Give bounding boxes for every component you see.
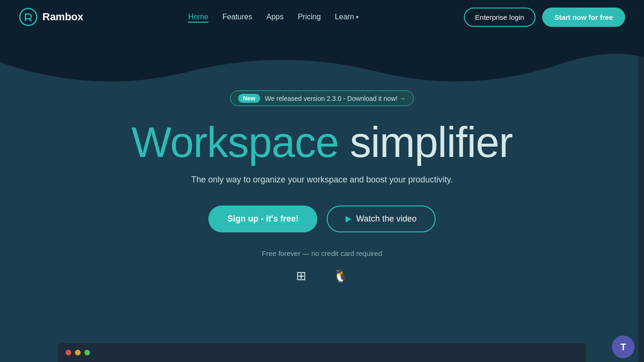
hero-section: New We released version 2.3.0 - Download… — [0, 34, 644, 362]
svg-point-0 — [20, 8, 37, 25]
platform-icons: ⊞ 🐧 — [296, 269, 348, 283]
hero-title-teal: Workspace — [132, 119, 339, 166]
hero-subtitle: The only way to organize your workspace … — [191, 175, 453, 185]
enterprise-login-button[interactable]: Enterprise login — [464, 8, 536, 27]
window-minimize-dot — [75, 350, 81, 355]
nav-pricing[interactable]: Pricing — [297, 13, 321, 21]
navbar: Rambox Home Features Apps Pricing Learn … — [0, 0, 644, 34]
window-close-dot — [66, 350, 71, 355]
window-maximize-dot — [84, 350, 90, 355]
logo-text: Rambox — [42, 11, 83, 23]
app-preview-bar — [58, 343, 586, 362]
hero-buttons: Sign up - it's free! Watch the video — [208, 206, 436, 232]
nav-apps[interactable]: Apps — [266, 13, 283, 21]
watch-video-button[interactable]: Watch the video — [327, 206, 435, 232]
linux-icon: 🐧 — [333, 269, 348, 283]
free-forever-text: Free forever — no credit card required — [262, 249, 382, 257]
teams-badge: T — [612, 336, 635, 358]
play-icon — [346, 216, 351, 222]
hero-content: New We released version 2.3.0 - Download… — [0, 34, 644, 293]
chevron-down-icon: ▾ — [356, 14, 359, 20]
signup-button[interactable]: Sign up - it's free! — [208, 206, 317, 232]
nav-features[interactable]: Features — [223, 13, 252, 21]
nav-links: Home Features Apps Pricing Learn ▾ — [188, 13, 359, 21]
badge-new-label: New — [238, 94, 260, 103]
nav-home[interactable]: Home — [188, 13, 208, 23]
windows-icon: ⊞ — [296, 269, 306, 283]
badge-version-text: We released version 2.3.0 - Download it … — [265, 95, 406, 102]
logo-icon — [19, 8, 38, 26]
hero-title-simplifier: simplifier — [350, 119, 512, 166]
start-free-button[interactable]: Start now for free — [542, 8, 625, 27]
nav-actions: Enterprise login Start now for free — [464, 8, 625, 27]
version-badge[interactable]: New We released version 2.3.0 - Download… — [230, 90, 414, 106]
nav-learn[interactable]: Learn ▾ — [335, 13, 359, 21]
hero-title: Workspace simplifier — [132, 121, 513, 164]
logo-link[interactable]: Rambox — [19, 8, 83, 26]
